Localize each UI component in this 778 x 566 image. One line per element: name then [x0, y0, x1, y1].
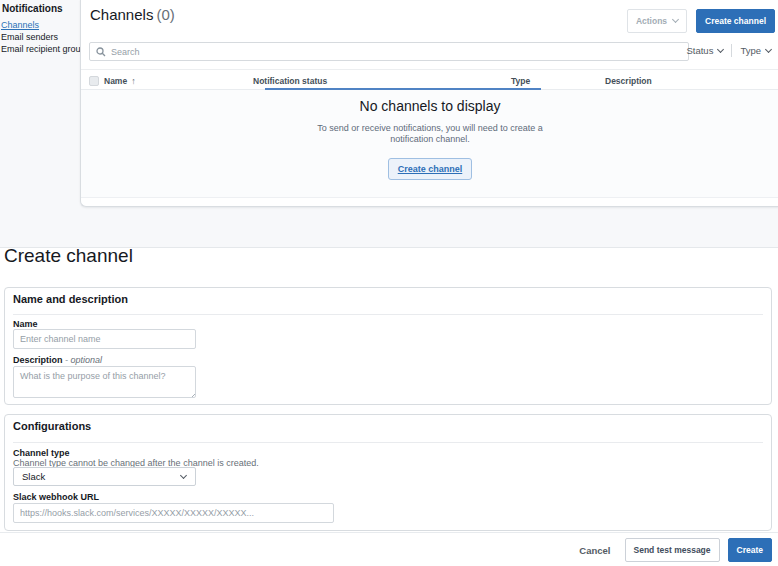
chevron-down-icon [180, 471, 187, 478]
channel-description-textarea[interactable] [13, 366, 196, 398]
page: Notifications Channels Email senders Ema… [0, 0, 778, 566]
channels-panel: Channels(0) Actions Create channel Statu… [80, 0, 778, 207]
sidebar-item-email-senders[interactable]: Email senders [1, 32, 58, 42]
empty-state-title: No channels to display [81, 98, 778, 114]
card-divider [13, 314, 763, 315]
create-channel-page-title: Create channel [4, 245, 133, 267]
description-optional-suffix: - optional [65, 355, 102, 365]
description-label-text: Description [13, 355, 63, 365]
column-header-description[interactable]: Description [605, 76, 652, 86]
empty-state-message-line2: notification channel. [81, 134, 778, 145]
empty-state: No channels to display To send or receiv… [81, 90, 778, 180]
page-title: Channels(0) [90, 6, 175, 23]
description-field-label: Description - optional [13, 355, 102, 365]
create-channel-button-label: Create channel [705, 16, 766, 26]
configurations-card: Configurations Channel type Channel type… [4, 414, 772, 531]
sort-ascending-icon: ↑ [131, 76, 136, 86]
chevron-down-icon [672, 16, 679, 23]
cancel-button[interactable]: Cancel [579, 545, 610, 556]
empty-state-message: To send or receive notifications, you wi… [81, 123, 778, 145]
channels-title-text: Channels [90, 6, 153, 23]
empty-state-message-line1: To send or receive notifications, you wi… [81, 123, 778, 134]
column-header-notification-status[interactable]: Notification status [253, 76, 327, 86]
configurations-card-title: Configurations [13, 420, 91, 432]
channel-type-select[interactable]: Slack [13, 467, 196, 486]
slack-webhook-url-input[interactable] [13, 503, 334, 523]
table-filters: Status Type [686, 44, 771, 57]
column-header-name[interactable]: Name↑ [104, 76, 136, 86]
name-description-card: Name and description Name Description - … [4, 287, 772, 405]
chevron-down-icon [765, 45, 772, 52]
create-channel-button[interactable]: Create channel [696, 9, 775, 33]
actions-button[interactable]: Actions [627, 9, 687, 33]
channel-type-label: Channel type [13, 448, 70, 458]
column-header-type[interactable]: Type [511, 76, 530, 86]
create-button[interactable]: Create [728, 538, 772, 562]
slack-webhook-url-label: Slack webhook URL [13, 492, 99, 502]
send-test-message-button[interactable]: Send test message [625, 538, 720, 562]
channel-name-input[interactable] [13, 329, 196, 349]
form-footer-bar: Cancel Send test message Create [0, 532, 778, 566]
empty-state-create-channel-button[interactable]: Create channel [388, 158, 473, 180]
search-input[interactable] [111, 43, 688, 60]
name-field-label: Name [13, 319, 38, 329]
sidebar-item-email-recipient-groups[interactable]: Email recipient groups [1, 44, 90, 54]
type-filter-dropdown[interactable]: Type [740, 45, 771, 56]
status-filter-dropdown[interactable]: Status [686, 45, 723, 56]
actions-button-label: Actions [636, 16, 667, 26]
footer-actions: Cancel Send test message Create [579, 538, 772, 562]
chevron-down-icon [717, 45, 724, 52]
type-filter-label: Type [740, 45, 761, 56]
header-divider [81, 69, 778, 70]
select-all-checkbox[interactable] [89, 76, 99, 86]
card-divider [13, 442, 763, 443]
search-box [89, 42, 689, 61]
search-icon [96, 47, 106, 57]
column-header-name-label: Name [104, 76, 127, 86]
filter-divider [731, 44, 732, 57]
sidebar-item-channels[interactable]: Channels [1, 20, 39, 30]
status-filter-label: Status [686, 45, 713, 56]
channels-count: (0) [156, 6, 174, 23]
name-description-card-title: Name and description [13, 293, 128, 305]
sidebar-title: Notifications [2, 3, 63, 14]
panel-header-actions: Actions Create channel [627, 9, 775, 33]
channel-type-selected-value: Slack [22, 471, 45, 482]
